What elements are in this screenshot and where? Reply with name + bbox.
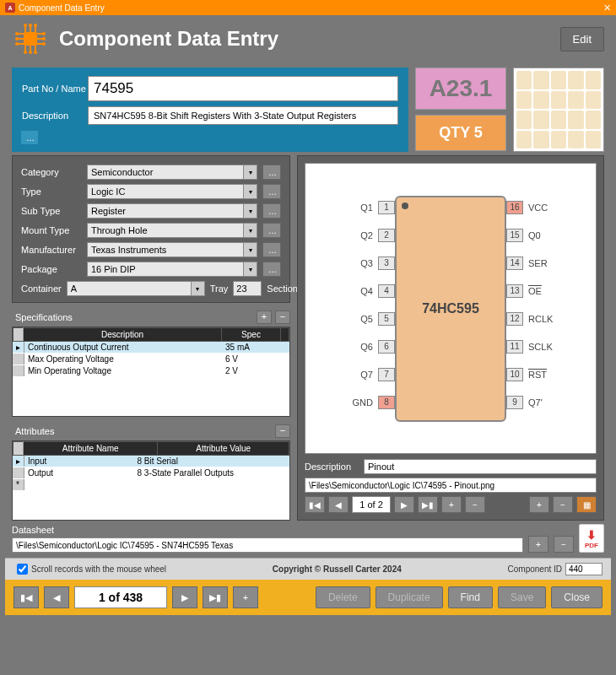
tray-input[interactable] [233,281,262,296]
type-edit-button[interactable]: … [262,184,281,199]
status-bar: Scroll records with the mouse wheel Copy… [5,558,611,580]
datasheet-path-input[interactable] [12,537,523,553]
image-last-button[interactable]: ▶▮ [418,496,438,513]
pin-right-11: 11SCLK [506,340,569,354]
image-path-input[interactable] [305,478,597,493]
svg-point-18 [34,51,37,54]
attr-remove-button[interactable]: − [275,424,290,438]
svg-point-24 [42,42,46,46]
spec-row[interactable]: ▸Continuous Output Current35 mA [13,342,289,354]
component-icon-palette[interactable] [513,68,604,152]
container-dropdown-button[interactable]: ▾ [192,281,205,296]
category-dropdown-button[interactable]: ▾ [244,165,257,180]
subtype-combo[interactable] [87,203,244,219]
copyright-text: Copyright © Russell Carter 2024 [166,564,507,574]
pin-right-15: 15Q0 [506,229,569,242]
tray-label: Tray [210,284,229,294]
datasheet-label: Datasheet [12,525,523,535]
image-zoom-out-button[interactable]: − [553,496,573,513]
spec-row[interactable]: Max Operating Voltage6 V [13,354,289,365]
subtype-label: Sub Type [21,206,82,216]
image-add-button[interactable]: + [441,496,462,513]
record-nav-bar: ▮◀ ◀ 1 of 438 ▶ ▶▮ + Delete Duplicate Fi… [5,580,611,615]
type-dropdown-button[interactable]: ▾ [244,184,257,199]
mount-dropdown-button[interactable]: ▾ [244,223,257,238]
pin-left-2: Q22 [332,229,395,242]
scroll-checkbox[interactable] [17,564,28,575]
pinout-image: 74HC595 Q11Q22Q33Q44Q55Q66Q77GND816VCC15… [305,163,597,454]
pkg-dropdown-button[interactable]: ▾ [244,262,257,277]
subtype-dropdown-button[interactable]: ▾ [244,203,257,219]
close-button[interactable]: Close [551,586,602,608]
spec-add-button[interactable]: + [257,310,272,324]
pkg-edit-button[interactable]: … [262,262,281,277]
mfr-combo[interactable] [87,242,244,257]
attrs-table[interactable]: Attribute NameAttribute Value ▸Input8 Bi… [12,440,290,521]
partno-input[interactable] [88,76,398,101]
mfr-label: Manufacturer [21,245,82,255]
image-panel: 74HC595 Q11Q22Q33Q44Q55Q66Q77GND816VCC15… [297,155,604,521]
pin-left-4: Q44 [332,284,395,298]
image-desc-label: Description [305,462,359,472]
more-button[interactable]: … [20,130,39,145]
mount-label: Mount Type [21,225,82,235]
container-combo[interactable] [67,281,192,296]
svg-point-21 [15,42,19,46]
find-button[interactable]: Find [448,586,493,608]
record-prev-button[interactable]: ◀ [44,586,69,608]
attr-row[interactable]: Output8 3-State Parallel Outputs [13,467,289,479]
record-first-button[interactable]: ▮◀ [14,586,39,608]
window-titlebar: A Component Data Entry ✕ [0,0,616,15]
category-edit-button[interactable]: … [262,165,281,180]
svg-point-16 [29,51,32,54]
pin-left-6: Q66 [332,340,395,354]
pkg-label: Package [21,264,82,274]
spec-row[interactable]: Min Operating Voltage2 V [13,365,289,377]
record-display: 1 of 438 [74,586,167,608]
svg-point-19 [15,37,19,40]
record-last-button[interactable]: ▶▮ [203,586,228,608]
window-close-button[interactable]: ✕ [603,3,611,14]
edit-button[interactable]: Edit [560,27,604,51]
specs-table[interactable]: DescriptionSpec ▸Continuous Output Curre… [12,327,290,417]
pkg-combo[interactable] [87,262,244,277]
category-combo[interactable] [87,165,244,180]
partno-label: Part No / Name [22,84,88,94]
mount-edit-button[interactable]: … [262,223,281,238]
duplicate-button[interactable]: Duplicate [376,586,443,608]
pin-left-3: Q33 [332,256,395,270]
spec-remove-button[interactable]: − [275,310,290,324]
save-button[interactable]: Save [498,586,546,608]
image-prev-button[interactable]: ◀ [328,496,349,513]
part-info-panel: Part No / Name Description … [12,68,408,152]
datasheet-add-button[interactable]: + [528,536,548,553]
app-icon: A [5,3,15,13]
description-input[interactable] [88,106,398,125]
image-zoom-in-button[interactable]: + [529,496,549,513]
image-next-button[interactable]: ▶ [394,496,414,513]
pin-right-12: 12RCLK [506,312,569,326]
section-label: Section [267,284,298,294]
mount-combo[interactable] [87,223,244,238]
attr-row[interactable]: ▸Input8 Bit Serial [13,456,289,467]
image-first-button[interactable]: ▮◀ [305,496,325,513]
svg-point-23 [42,32,46,35]
mfr-dropdown-button[interactable]: ▾ [244,242,257,257]
image-del-button[interactable]: − [465,496,485,513]
subtype-edit-button[interactable]: … [262,203,281,219]
header: Component Data Entry Edit [0,15,616,62]
pin-left-8: GND8 [332,396,395,409]
record-new-button[interactable]: + [233,586,258,608]
datasheet-del-button[interactable]: − [554,536,574,553]
pin-right-10: 10RST [506,368,569,381]
pin-right-16: 16VCC [506,201,569,214]
attrs-header: Attributes − [12,422,290,440]
pdf-icon[interactable]: ⬇PDF [579,524,604,553]
component-id-field[interactable] [565,563,602,575]
image-open-button[interactable]: ▦ [576,496,597,513]
image-desc-input[interactable] [364,459,597,474]
delete-button[interactable]: Delete [316,586,370,608]
mfr-edit-button[interactable]: … [262,242,281,257]
type-combo[interactable] [87,184,244,199]
record-next-button[interactable]: ▶ [172,586,197,608]
